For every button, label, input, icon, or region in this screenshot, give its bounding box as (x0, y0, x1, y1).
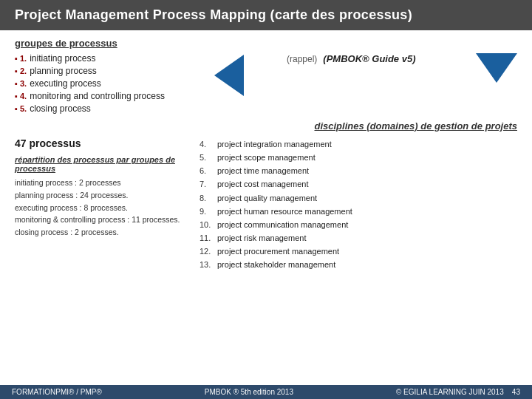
list-item: closing process : 2 processes. (15, 226, 192, 239)
num: 5. (200, 151, 213, 164)
bullet: ▪ 3. (15, 79, 27, 88)
list-item: 8.project quality management (200, 191, 517, 205)
num: 6. (200, 164, 213, 177)
list-item: ▪ 2. planning process (15, 66, 192, 76)
num: 13. (200, 258, 213, 271)
num: 9. (200, 205, 213, 218)
footer: FORMATIONPMI® / PMP® PMBOK ® 5th edition… (0, 385, 532, 399)
discipline-label: project cost management (217, 177, 309, 191)
process-label: executing process (30, 78, 101, 89)
footer-left: FORMATIONPMI® / PMP® (12, 388, 102, 396)
list-item: monitoring & controlling process : 11 pr… (15, 214, 192, 226)
arrow-down-icon (476, 53, 517, 83)
num: 7. (200, 177, 213, 191)
process-label: initiating process (30, 53, 95, 64)
bullet: ▪ 2. (15, 66, 27, 75)
num: 12. (200, 245, 213, 258)
repartition-list: initiating process : 2 processes plannin… (15, 177, 192, 239)
list-item: ▪ 4. monitoring and controlling process (15, 91, 192, 101)
process-label: planning process (30, 66, 97, 76)
list-item: 11.project risk management (200, 231, 517, 245)
header-title: Project Management Process Mapping (cart… (15, 7, 412, 22)
process-label: closing process (30, 103, 91, 114)
bullet: ▪ 1. (15, 54, 27, 63)
bullet: ▪ 5. (15, 104, 27, 113)
list-item: planning process : 24 processes. (15, 189, 192, 202)
list-item: 9.project human resource management (200, 205, 517, 218)
list-item: 5.project scope management (200, 151, 517, 164)
arrow-left-icon (214, 55, 244, 96)
groupes-title: groupes de processus (15, 38, 517, 49)
process-label: monitoring and controlling process (30, 91, 165, 101)
processus-count: 47 processus (15, 137, 192, 149)
repartition-title: répartition des processus par groupes de… (15, 155, 192, 173)
rappel-text: (rappel) (287, 54, 317, 64)
pmbok-text: (PMBOK® Guide v5) (323, 53, 415, 64)
process-list: ▪ 1. initiating process ▪ 2. planning pr… (15, 53, 192, 114)
footer-center: PMBOK ® 5th edition 2013 (205, 388, 293, 396)
list-item: 13.project stakeholder management (200, 258, 517, 271)
discipline-label: project scope management (217, 151, 316, 164)
list-item: initiating process : 2 processes (15, 177, 192, 189)
discipline-label: project risk management (217, 231, 306, 245)
list-item: ▪ 3. executing process (15, 78, 192, 89)
num: 8. (200, 191, 213, 205)
list-item: 10.project communication management (200, 218, 517, 231)
rappel-section: (rappel) (PMBOK® Guide v5) (287, 53, 416, 64)
list-item: ▪ 5. closing process (15, 103, 192, 114)
list-item: 4.project integration management (200, 137, 517, 151)
footer-right: © EGILIA LEARNING JUIN 2013 43 (396, 388, 520, 396)
list-item: executing process : 8 processes. (15, 202, 192, 214)
discipline-label: project integration management (217, 137, 332, 151)
header: Project Management Process Mapping (cart… (0, 0, 532, 30)
num: 10. (200, 218, 213, 231)
discipline-label: project time management (217, 164, 309, 177)
disciplines-title: disciplines (domaines) de gestion de pro… (15, 120, 517, 132)
list-item: 7.project cost management (200, 177, 517, 191)
list-item: 12.project procurement management (200, 245, 517, 258)
right-panel: 4.project integration management 5.proje… (200, 137, 517, 271)
discipline-label: project quality management (217, 191, 317, 205)
list-item: ▪ 1. initiating process (15, 53, 192, 64)
discipline-label: project communication management (217, 218, 348, 231)
discipline-label: project procurement management (217, 245, 339, 258)
left-panel: 47 processus répartition des processus p… (15, 137, 192, 271)
disciplines-list: 4.project integration management 5.proje… (200, 137, 517, 271)
discipline-label: project human resource management (217, 205, 352, 218)
num: 4. (200, 137, 213, 151)
num: 11. (200, 231, 213, 245)
bullet: ▪ 4. (15, 92, 27, 100)
list-item: 6.project time management (200, 164, 517, 177)
discipline-label: project stakeholder management (217, 258, 335, 271)
